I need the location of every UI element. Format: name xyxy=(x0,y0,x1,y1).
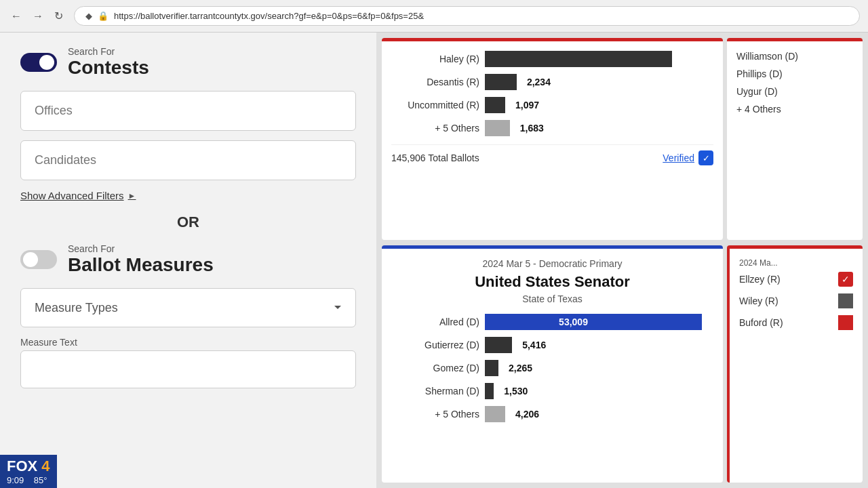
check-mark: ✓ xyxy=(838,272,853,287)
fox4-time: 9:09 xyxy=(7,475,24,485)
address-bar[interactable]: ◆ 🔒 https://ballotverifier.tarrantcounty… xyxy=(74,6,860,26)
ballot-search-for: Search For xyxy=(68,243,214,254)
bar-value: 2,234 xyxy=(527,77,551,87)
table-row: + 5 Others 4,206 xyxy=(391,406,713,422)
table-row: Haley (R) 34,291 xyxy=(391,51,713,67)
bar-value: 53,009 xyxy=(559,317,588,327)
table-row: Allred (D) 53,009 xyxy=(391,314,713,330)
top-cards-row: Haley (R) 34,291 Desantis (R) 2,234 Unco… xyxy=(376,33,868,243)
table-row: + 4 Others xyxy=(736,104,853,115)
table-row: Ellzey (R) ✓ xyxy=(739,272,853,287)
candidate-label: + 4 Others xyxy=(736,104,781,115)
ballot-toggle[interactable] xyxy=(20,250,57,269)
contests-main-label: Contests xyxy=(68,57,149,79)
offices-input[interactable] xyxy=(20,91,356,131)
bar-container: 4,206 xyxy=(485,406,713,422)
bar-mini xyxy=(838,293,853,308)
bar-value: 1,530 xyxy=(504,386,528,396)
bottom-cards-row: 2024 Mar 5 - Democratic Primary United S… xyxy=(376,243,868,488)
ballot-main-label: Ballot Measures xyxy=(68,254,214,276)
candidate-label: Uncommitted (R) xyxy=(391,100,479,110)
advanced-filters-arrow: ► xyxy=(128,191,136,201)
url-text: https://ballotverifier.tarrantcountytx.g… xyxy=(114,11,848,21)
bar-container: 1,097 xyxy=(485,97,713,113)
contest-subtitle: State of Texas xyxy=(391,293,713,304)
candidate-label: Uygur (D) xyxy=(736,86,778,97)
fox4-info: 9:09 85° xyxy=(7,475,50,485)
fox4-logo: FOX 4 xyxy=(7,458,50,475)
bar-container: 2,234 xyxy=(485,74,713,90)
candidate-label: Wiley (R) xyxy=(739,296,833,306)
left-panel: Search For Contests Show Advanced Filter… xyxy=(0,33,376,488)
bar-container: 1,530 xyxy=(485,383,713,399)
reload-button[interactable]: ↻ xyxy=(52,7,66,25)
verified-label: Verified xyxy=(663,152,694,163)
advanced-filters-link[interactable]: Show Advanced Filters ► xyxy=(20,190,356,201)
nav-buttons: ← → ↻ xyxy=(8,7,66,25)
bar-fill xyxy=(485,120,510,136)
candidate-label: Williamson (D) xyxy=(736,51,798,62)
bar-fill xyxy=(485,51,672,67)
search-ballot-section: Search For Ballot Measures xyxy=(20,243,356,276)
table-row: Uygur (D) xyxy=(736,86,853,97)
contest-date: 2024 Mar 5 - Democratic Primary xyxy=(391,258,713,269)
candidate-label: Gutierrez (D) xyxy=(391,340,479,350)
candidate-label: + 5 Others xyxy=(391,409,479,420)
table-row: Gutierrez (D) 5,416 xyxy=(391,337,713,353)
ellzey-card: 2024 Ma... Ellzey (R) ✓ Wiley (R) Buford… xyxy=(727,245,863,483)
measure-types-select[interactable]: Measure Types xyxy=(20,288,356,327)
ellzey-date: 2024 Ma... xyxy=(739,258,853,268)
bar-mini-red xyxy=(838,315,853,330)
candidate-label: + 5 Others xyxy=(391,123,479,134)
right-panel: Haley (R) 34,291 Desantis (R) 2,234 Unco… xyxy=(376,33,868,488)
candidate-label: Phillips (D) xyxy=(736,68,783,79)
contests-toggle[interactable] xyxy=(20,53,57,72)
page-content: Search For Contests Show Advanced Filter… xyxy=(0,33,868,488)
table-row: + 5 Others 1,683 xyxy=(391,120,713,136)
candidate-label: Desantis (R) xyxy=(391,77,479,87)
table-row: Phillips (D) xyxy=(736,68,853,79)
bar-fill xyxy=(485,360,498,376)
table-row: Sherman (D) 1,530 xyxy=(391,383,713,399)
bar-fill xyxy=(485,337,512,353)
forward-button[interactable]: → xyxy=(30,7,46,25)
candidate-label: Sherman (D) xyxy=(391,386,479,396)
bar-fill xyxy=(485,383,494,399)
ballot-toggle-knob xyxy=(23,252,38,267)
total-ballots-row: 145,906 Total Ballots Verified ✓ xyxy=(391,144,713,165)
contest-title: United States Senator xyxy=(391,273,713,291)
toggle-knob xyxy=(39,55,54,70)
verified-badge: Verified ✓ xyxy=(663,150,713,165)
williamson-card: Williamson (D) Phillips (D) Uygur (D) + … xyxy=(727,38,863,240)
republican-card: Haley (R) 34,291 Desantis (R) 2,234 Unco… xyxy=(382,38,723,240)
table-row: Buford (R) xyxy=(739,315,853,330)
bar-fill xyxy=(485,314,702,330)
table-row: Gomez (D) 2,265 xyxy=(391,360,713,376)
bar-fill xyxy=(485,97,505,113)
table-row: Wiley (R) xyxy=(739,293,853,308)
ballot-label-group: Search For Ballot Measures xyxy=(68,243,214,276)
candidates-input[interactable] xyxy=(20,140,356,180)
advanced-filters-label: Show Advanced Filters xyxy=(20,190,124,201)
contests-search-for: Search For xyxy=(68,46,149,57)
bar-value: 5,416 xyxy=(522,340,546,350)
bar-container: 1,683 xyxy=(485,120,713,136)
back-button[interactable]: ← xyxy=(8,7,24,25)
candidate-label: Buford (R) xyxy=(739,317,833,328)
candidate-label: Gomez (D) xyxy=(391,363,479,373)
measure-text-label: Measure Text xyxy=(20,337,356,348)
or-separator: OR xyxy=(20,214,356,231)
bar-value: 34,291 xyxy=(682,54,723,64)
shield-icon: ◆ xyxy=(85,11,92,21)
contests-label-group: Search For Contests xyxy=(68,46,149,79)
democratic-card: 2024 Mar 5 - Democratic Primary United S… xyxy=(382,245,723,483)
fox4-watermark: FOX 4 9:09 85° xyxy=(0,455,57,488)
table-row: Williamson (D) xyxy=(736,51,853,62)
fox4-temp: 85° xyxy=(34,475,47,485)
bar-value: 4,206 xyxy=(515,409,539,420)
bar-fill xyxy=(485,406,505,422)
verified-check: ✓ xyxy=(698,150,713,165)
candidate-label: Ellzey (R) xyxy=(739,274,833,285)
lock-icon: 🔒 xyxy=(98,11,108,21)
measure-text-input[interactable] xyxy=(20,350,356,388)
